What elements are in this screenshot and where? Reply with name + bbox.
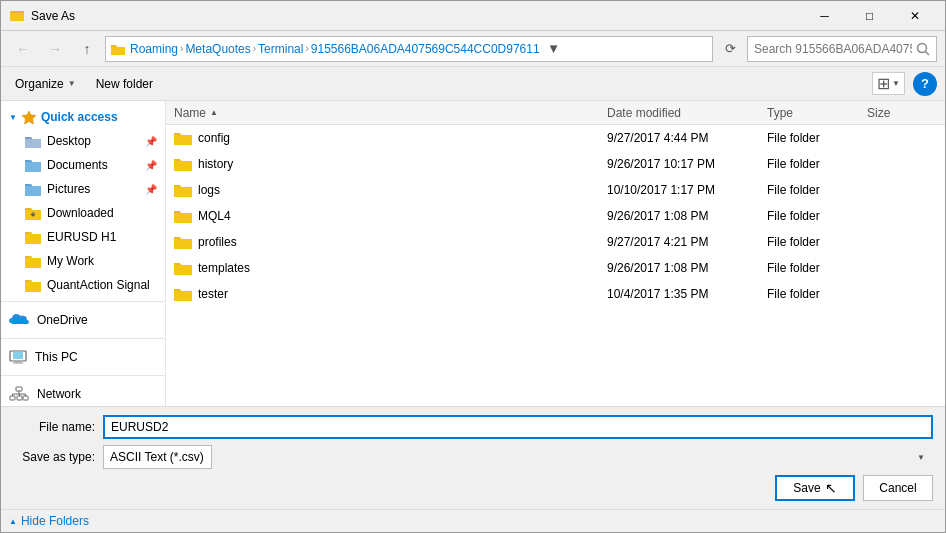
navigation-toolbar: ← → ↑ Roaming › MetaQuotes › Terminal › … xyxy=(1,31,945,67)
filename-row: File name: xyxy=(13,415,933,439)
back-button[interactable]: ← xyxy=(9,35,37,63)
file-list-header: Name ▲ Date modified Type Size xyxy=(166,101,945,125)
minimize-button[interactable]: ─ xyxy=(802,1,847,31)
window-icon xyxy=(9,8,25,24)
svg-line-3 xyxy=(926,51,930,55)
breadcrumb-metaquotes[interactable]: MetaQuotes xyxy=(185,42,250,56)
svg-rect-6 xyxy=(13,352,23,359)
sidebar-item-mywork[interactable]: My Work xyxy=(1,249,165,273)
eurusd-icon xyxy=(25,230,41,244)
search-icon xyxy=(916,42,930,56)
address-folder-icon xyxy=(110,41,126,57)
main-area: ▼ Quick access Desktop 📌 xyxy=(1,101,945,406)
hide-folders-chevron: ▲ xyxy=(9,517,17,526)
sidebar-divider-3 xyxy=(1,375,165,376)
sidebar-item-documents[interactable]: Documents 📌 xyxy=(1,153,165,177)
sort-arrow: ▲ xyxy=(210,108,218,117)
sidebar-item-network[interactable]: Network xyxy=(1,380,165,406)
file-area: Name ▲ Date modified Type Size xyxy=(166,101,945,406)
column-date[interactable]: Date modified xyxy=(607,106,767,120)
action-bar: Organize ▼ New folder ⊞ ▼ ? xyxy=(1,67,945,101)
network-icon xyxy=(9,386,29,402)
view-dropdown-icon[interactable]: ▼ xyxy=(892,79,900,88)
file-list: config 9/27/2017 4:44 PM File folder his… xyxy=(166,125,945,406)
table-row[interactable]: config 9/27/2017 4:44 PM File folder xyxy=(166,125,945,151)
svg-marker-4 xyxy=(22,111,36,124)
bottom-area: File name: Save as type: ASCII Text (*.c… xyxy=(1,406,945,509)
organize-chevron: ▼ xyxy=(68,79,76,88)
table-row[interactable]: logs 10/10/2017 1:17 PM File folder xyxy=(166,177,945,203)
sidebar-item-downloaded[interactable]: Downloaded xyxy=(1,201,165,225)
filename-label: File name: xyxy=(13,420,103,434)
breadcrumb-roaming[interactable]: Roaming xyxy=(130,42,178,56)
filetype-label: Save as type: xyxy=(13,450,103,464)
table-row[interactable]: templates 9/26/2017 1:08 PM File folder xyxy=(166,255,945,281)
pin-icon-pictures: 📌 xyxy=(145,184,157,195)
folder-icon xyxy=(174,131,192,145)
new-folder-button[interactable]: New folder xyxy=(90,71,159,97)
svg-rect-10 xyxy=(10,396,15,400)
title-bar: Save As ─ □ ✕ xyxy=(1,1,945,31)
refresh-button[interactable]: ⟳ xyxy=(717,36,743,62)
window-title: Save As xyxy=(31,9,802,23)
forward-button[interactable]: → xyxy=(41,35,69,63)
view-controls: ⊞ ▼ xyxy=(872,72,905,95)
column-size[interactable]: Size xyxy=(867,106,937,120)
table-row[interactable]: profiles 9/27/2017 4:21 PM File folder xyxy=(166,229,945,255)
sidebar-item-thispc[interactable]: This PC xyxy=(1,343,165,371)
documents-icon xyxy=(25,158,41,172)
onedrive-icon xyxy=(9,313,29,327)
breadcrumb: Roaming › MetaQuotes › Terminal › 915566… xyxy=(130,42,540,56)
folder-icon xyxy=(174,157,192,171)
search-input[interactable] xyxy=(754,42,912,56)
quantaction-icon xyxy=(25,278,41,292)
quick-access-chevron: ▼ xyxy=(9,113,17,122)
table-row[interactable]: MQL4 9/26/2017 1:08 PM File folder xyxy=(166,203,945,229)
folder-icon xyxy=(174,235,192,249)
breadcrumb-terminal[interactable]: Terminal xyxy=(258,42,303,56)
dialog-buttons: Save ↖ Cancel xyxy=(13,475,933,501)
sidebar-divider-2 xyxy=(1,338,165,339)
desktop-icon xyxy=(25,134,41,148)
quick-access-section: ▼ Quick access Desktop 📌 xyxy=(1,105,165,297)
up-button[interactable]: ↑ xyxy=(73,35,101,63)
window-controls: ─ □ ✕ xyxy=(802,1,937,31)
help-button[interactable]: ? xyxy=(913,72,937,96)
save-button[interactable]: Save ↖ xyxy=(775,475,855,501)
sidebar-item-pictures[interactable]: Pictures 📌 xyxy=(1,177,165,201)
sidebar-item-eurusd[interactable]: EURUSD H1 xyxy=(1,225,165,249)
save-cursor-icon: ↖ xyxy=(825,480,837,496)
save-as-dialog: Save As ─ □ ✕ ← → ↑ Roaming › MetaQuotes… xyxy=(0,0,946,533)
table-row[interactable]: history 9/26/2017 10:17 PM File folder xyxy=(166,151,945,177)
sidebar-item-desktop[interactable]: Desktop 📌 xyxy=(1,129,165,153)
organize-button[interactable]: Organize ▼ xyxy=(9,71,82,97)
hide-folders-toggle[interactable]: ▲ Hide Folders xyxy=(1,509,945,532)
filetype-select-wrapper: ASCII Text (*.csv) xyxy=(103,445,933,469)
sidebar-divider-1 xyxy=(1,301,165,302)
column-type[interactable]: Type xyxy=(767,106,867,120)
address-dropdown-button[interactable]: ▼ xyxy=(544,37,564,61)
table-row[interactable]: tester 10/4/2017 1:35 PM File folder xyxy=(166,281,945,307)
column-name[interactable]: Name ▲ xyxy=(174,106,607,120)
close-button[interactable]: ✕ xyxy=(892,1,937,31)
pin-icon-documents: 📌 xyxy=(145,160,157,171)
search-box[interactable] xyxy=(747,36,937,62)
folder-icon xyxy=(174,287,192,301)
svg-point-2 xyxy=(918,43,927,52)
maximize-button[interactable]: □ xyxy=(847,1,892,31)
sidebar-item-quantaction[interactable]: QuantAction Signal xyxy=(1,273,165,297)
breadcrumb-id[interactable]: 915566BA06ADA407569C544CC0D97611 xyxy=(311,42,540,56)
sidebar: ▼ Quick access Desktop 📌 xyxy=(1,101,166,406)
folder-icon xyxy=(174,209,192,223)
address-bar[interactable]: Roaming › MetaQuotes › Terminal › 915566… xyxy=(105,36,713,62)
sidebar-item-onedrive[interactable]: OneDrive xyxy=(1,306,165,334)
filename-input[interactable] xyxy=(103,415,933,439)
folder-icon xyxy=(174,183,192,197)
quick-access-header[interactable]: ▼ Quick access xyxy=(1,105,165,129)
pin-icon-desktop: 📌 xyxy=(145,136,157,147)
cancel-button[interactable]: Cancel xyxy=(863,475,933,501)
filetype-select[interactable]: ASCII Text (*.csv) xyxy=(103,445,212,469)
folder-icon xyxy=(174,261,192,275)
quick-access-icon xyxy=(21,109,37,125)
svg-rect-7 xyxy=(15,361,21,363)
